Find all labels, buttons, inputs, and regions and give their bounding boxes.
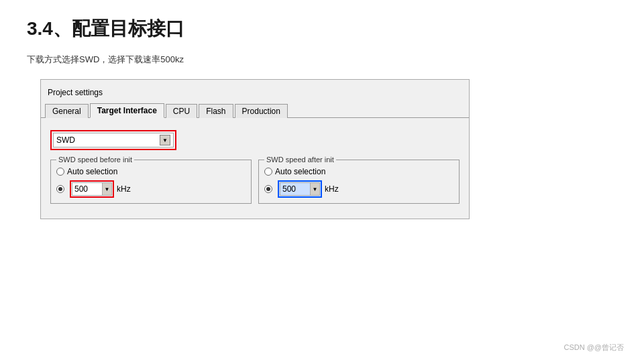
speed-before-legend: SWD speed before init — [56, 156, 134, 164]
speed-after-auto-radio-row: Auto selection — [264, 167, 453, 176]
speed-before-selected-radio[interactable] — [56, 185, 64, 193]
speed-after-auto-radio[interactable] — [264, 168, 272, 176]
tab-production[interactable]: Production — [235, 104, 288, 118]
speed-after-group: SWD speed after init Auto selection 500 … — [258, 160, 460, 204]
speed-after-unit: kHz — [325, 184, 339, 194]
dialog-content: SWD ▼ SWD speed before init Auto selecti… — [41, 126, 469, 208]
speed-before-group: SWD speed before init Auto selection 500… — [50, 160, 252, 204]
speed-after-auto-label: Auto selection — [275, 167, 325, 176]
speed-groups: SWD speed before init Auto selection 500… — [50, 160, 460, 204]
tab-flash[interactable]: Flash — [199, 104, 233, 118]
page: 3.4、配置目标接口 下载方式选择SWD，选择下载速率500kz Project… — [0, 0, 644, 235]
speed-after-value-wrapper[interactable]: 500 ▼ — [278, 180, 322, 198]
swd-select-wrapper[interactable]: SWD ▼ — [50, 130, 176, 150]
speed-before-select[interactable]: 500 ▼ — [72, 182, 112, 196]
description-text: 下载方式选择SWD，选择下载速率500kz — [27, 54, 617, 66]
speed-after-value: 500 — [280, 184, 310, 194]
speed-after-select-row: 500 ▼ kHz — [264, 180, 453, 198]
tab-target-interface[interactable]: Target Interface — [90, 103, 164, 118]
speed-before-arrow[interactable]: ▼ — [102, 183, 111, 195]
speed-after-select[interactable]: 500 ▼ — [280, 182, 320, 196]
speed-before-auto-radio-row: Auto selection — [56, 167, 246, 176]
speed-before-auto-radio[interactable] — [56, 168, 64, 176]
swd-row: SWD ▼ — [50, 130, 460, 150]
tabs-row: General Target Interface CPU Flash Produ… — [41, 103, 469, 118]
swd-dropdown-arrow[interactable]: ▼ — [160, 135, 170, 145]
speed-before-value: 500 — [72, 184, 102, 194]
project-settings-dialog: Project settings General Target Interfac… — [40, 79, 470, 219]
speed-before-unit: kHz — [117, 184, 131, 194]
interface-dropdown[interactable]: SWD ▼ — [53, 133, 174, 147]
speed-after-legend: SWD speed after init — [264, 156, 336, 164]
dialog-title: Project settings — [41, 85, 469, 103]
speed-before-value-wrapper[interactable]: 500 ▼ — [70, 180, 114, 198]
speed-before-auto-label: Auto selection — [67, 167, 117, 176]
page-title: 3.4、配置目标接口 — [27, 16, 617, 42]
speed-after-selected-radio[interactable] — [264, 185, 272, 193]
tab-cpu[interactable]: CPU — [166, 104, 197, 118]
speed-before-select-row: 500 ▼ kHz — [56, 180, 246, 198]
watermark: CSDN @@曾记否 — [564, 343, 624, 353]
swd-select-value: SWD — [56, 135, 160, 145]
tab-general[interactable]: General — [45, 104, 89, 118]
speed-after-arrow[interactable]: ▼ — [310, 183, 319, 195]
